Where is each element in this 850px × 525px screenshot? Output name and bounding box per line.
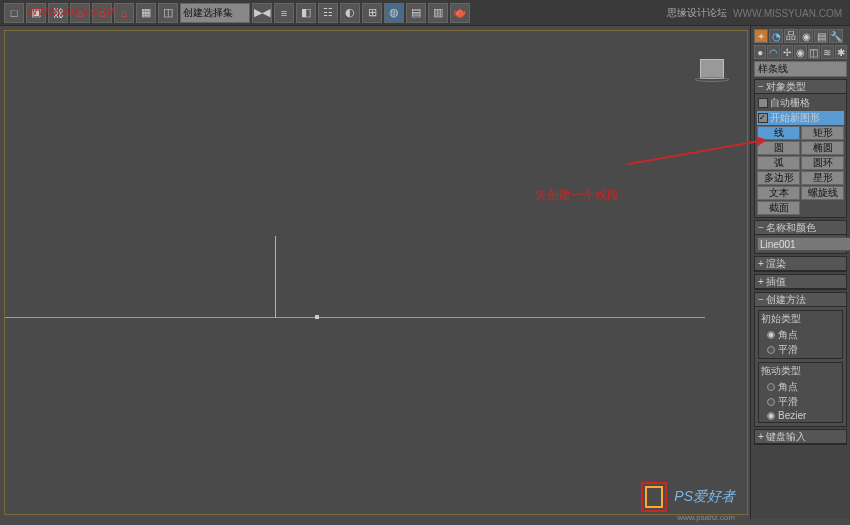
annotation-text: 先创建一个线段 <box>535 186 619 204</box>
radio-bezier[interactable]: Bezier <box>767 410 840 421</box>
text-button[interactable]: 文本 <box>757 186 800 200</box>
category-dropdown[interactable]: 样条线 <box>754 61 847 77</box>
rollout-header-keyboard[interactable]: 键盘输入 <box>755 430 846 444</box>
ellipse-button[interactable]: 椭圆 <box>801 141 844 155</box>
subtab-space-icon[interactable]: ≋ <box>821 45 833 59</box>
rollout-render: 渲染 <box>754 256 847 272</box>
footer-url: www.psahz.com <box>677 513 735 522</box>
rollout-header-interp[interactable]: 插值 <box>755 275 846 289</box>
star-button[interactable]: 星形 <box>801 171 844 185</box>
radio-smooth2[interactable]: 平滑 <box>767 395 840 409</box>
radio-icon[interactable] <box>767 346 775 354</box>
checkbox-icon[interactable] <box>758 113 768 123</box>
rollout-header-object-type[interactable]: 对象类型 <box>755 80 846 94</box>
rollout-header-render[interactable]: 渲染 <box>755 257 846 271</box>
radio-icon[interactable] <box>767 398 775 406</box>
donut-button[interactable]: 圆环 <box>801 156 844 170</box>
subtab-systems-icon[interactable]: ✱ <box>835 45 847 59</box>
footer-watermark: PS爱好者 <box>638 479 735 515</box>
rollout-keyboard: 键盘输入 <box>754 429 847 445</box>
ps-logo-icon <box>638 479 670 515</box>
tool-b-icon[interactable]: ◐ <box>340 3 360 23</box>
cursor-crosshair <box>315 315 319 319</box>
tab-hierarchy-icon[interactable]: 品 <box>784 29 798 43</box>
brand-url: WWW.MISSYUAN.COM <box>733 8 842 19</box>
arc-button[interactable]: 弧 <box>757 156 800 170</box>
subtab-helpers-icon[interactable]: ◫ <box>808 45 820 59</box>
subtab-lights-icon[interactable]: ✢ <box>781 45 793 59</box>
tab-utilities-icon[interactable]: 🔧 <box>829 29 843 43</box>
radio-corner2[interactable]: 角点 <box>767 380 840 394</box>
drawn-line-vertical <box>275 236 276 318</box>
tool-material-icon[interactable]: ◍ <box>384 3 404 23</box>
tool-axis-z-icon[interactable]: ⌂ <box>114 3 134 23</box>
rollout-name-color: 名称和颜色 <box>754 220 847 254</box>
autogrid-label: 自动栅格 <box>770 96 810 110</box>
radio-smooth[interactable]: 平滑 <box>767 343 840 357</box>
tool-lock-icon[interactable]: ◫ <box>158 3 178 23</box>
tool-render-frame-icon[interactable]: ▥ <box>428 3 448 23</box>
create-subtabs: ● ◠ ✢ ◉ ◫ ≋ ✱ <box>754 45 847 59</box>
tab-modify-icon[interactable]: ◔ <box>769 29 783 43</box>
subtab-geometry-icon[interactable]: ● <box>754 45 766 59</box>
object-name-input[interactable] <box>757 237 850 251</box>
drawn-line-horizontal <box>5 317 705 318</box>
radio-icon[interactable] <box>767 331 775 339</box>
autogrid-row[interactable]: 自动栅格 <box>757 96 844 110</box>
subtab-cameras-icon[interactable]: ◉ <box>794 45 806 59</box>
selection-set-dropdown[interactable] <box>180 3 250 23</box>
subtab-shapes-icon[interactable]: ◠ <box>767 45 779 59</box>
command-panel-tabs: ✦ ◔ 品 ◉ ▤ 🔧 <box>754 29 847 43</box>
rectangle-button[interactable]: 矩形 <box>801 126 844 140</box>
radio-icon[interactable] <box>767 383 775 391</box>
ngon-button[interactable]: 多边形 <box>757 171 800 185</box>
main-area: 先创建一个线段 ✦ ◔ 品 ◉ ▤ 🔧 ● ◠ ✢ ◉ ◫ ≋ ✱ 样条线 对象… <box>0 26 850 519</box>
helix-button[interactable]: 螺旋线 <box>801 186 844 200</box>
startnew-label: 开始新图形 <box>770 111 820 125</box>
tab-create-icon[interactable]: ✦ <box>754 29 768 43</box>
tab-display-icon[interactable]: ▤ <box>814 29 828 43</box>
drag-type-label: 拖动类型 <box>761 364 840 378</box>
tool-layer-icon[interactable]: ◧ <box>296 3 316 23</box>
rollout-create-method: 创建方法 初始类型 角点 平滑 拖动类型 角点 平滑 Bezier <box>754 292 847 427</box>
command-panel: ✦ ◔ 品 ◉ ▤ 🔧 ● ◠ ✢ ◉ ◫ ≋ ✱ 样条线 对象类型 自动栅格 … <box>750 26 850 519</box>
source-watermark: WWW.3DXY.COM <box>28 6 115 17</box>
initial-type-group: 初始类型 角点 平滑 <box>758 310 843 359</box>
viewport[interactable]: 先创建一个线段 <box>4 30 748 515</box>
checkbox-icon[interactable] <box>758 98 768 108</box>
tool-a-icon[interactable]: ☷ <box>318 3 338 23</box>
drag-type-group: 拖动类型 角点 平滑 Bezier <box>758 362 843 423</box>
annotation-arrow <box>627 139 765 165</box>
tool-new-icon[interactable]: □ <box>4 3 24 23</box>
startnew-row[interactable]: 开始新图形 <box>757 111 844 125</box>
rollout-interp: 插值 <box>754 274 847 290</box>
footer-brand: PS爱好者 <box>674 488 735 506</box>
rollout-header-name[interactable]: 名称和颜色 <box>755 221 846 235</box>
tab-motion-icon[interactable]: ◉ <box>799 29 813 43</box>
svg-rect-1 <box>646 487 662 507</box>
tool-render-icon[interactable]: 🫖 <box>450 3 470 23</box>
initial-type-label: 初始类型 <box>761 312 840 326</box>
viewcube[interactable] <box>695 59 729 87</box>
tool-render-setup-icon[interactable]: ▤ <box>406 3 426 23</box>
brand-name: 思缘设计论坛 <box>667 6 727 20</box>
tool-mirror-icon[interactable]: ▶◀ <box>252 3 272 23</box>
tool-scale-icon[interactable]: ▦ <box>136 3 156 23</box>
tool-curve-icon[interactable]: ⊞ <box>362 3 382 23</box>
radio-icon[interactable] <box>767 412 775 420</box>
tool-align-icon[interactable]: ≡ <box>274 3 294 23</box>
radio-corner[interactable]: 角点 <box>767 328 840 342</box>
rollout-object-type: 对象类型 自动栅格 开始新图形 线矩形 圆椭圆 弧圆环 多边形星形 文本螺旋线 … <box>754 79 847 218</box>
section-button[interactable]: 截面 <box>757 201 800 215</box>
rollout-header-method[interactable]: 创建方法 <box>755 293 846 307</box>
header-branding: 思缘设计论坛 WWW.MISSYUAN.COM <box>667 6 842 20</box>
